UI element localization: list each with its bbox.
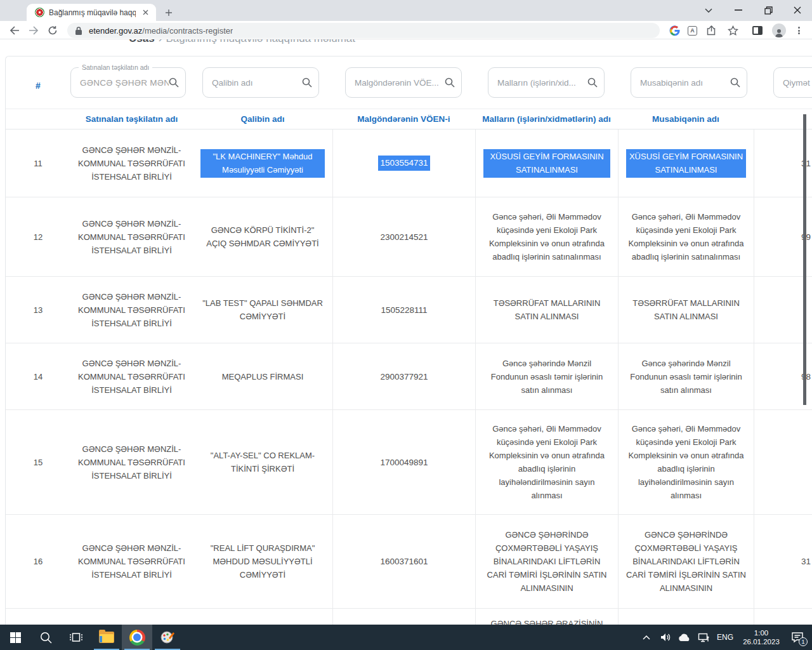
table-row[interactable]: 11GƏNCƏ ŞƏHƏR MƏNZİL-KOMMUNAL TƏSƏRRÜFAT… [6,129,812,197]
cell-goods: Gəncə şəhəri, Əli Məmmədov küçəsində yen… [475,410,618,514]
table-row[interactable]: 13GƏNCƏ ŞƏHƏR MƏNZİL-KOMMUNAL TƏSƏRRÜFAT… [6,277,812,343]
cell-text: Gəncə şəhərində Mənzil Fondunun əsaslı t… [626,357,746,397]
system-tray: ENG 1:00 26.01.2023 1 [638,625,812,650]
cell-voen [332,609,475,625]
cell-org: GƏNCƏ ŞƏHƏR MƏNZİL-KOMMUNAL TƏSƏRRÜFATI … [70,277,193,343]
filter-winner-input[interactable]: Qalibin adı [202,67,319,98]
filter-org-input[interactable]: Satınalan təşkilatın adı GƏNCƏ ŞƏHƏR MƏN… [70,67,186,98]
table-row[interactable]: 16GƏNCƏ ŞƏHƏR MƏNZİL-KOMMUNAL TƏSƏRRÜFAT… [6,515,812,609]
google-g-icon[interactable] [666,22,683,39]
cell-text: 11 [34,157,43,170]
taskbar-search-button[interactable] [30,625,61,650]
cell-text: Gəncə şəhərində Mənzil Fondunun əsaslı t… [483,357,610,397]
cell-text: TƏSƏRRÜFAT MALLARININ SATIN ALINMASI [626,296,746,323]
filter-tender-input[interactable]: Musabiqənin adı [631,67,747,98]
cell-text: GƏNCƏ ŞƏHƏR MƏNZİL-KOMMUNAL TƏSƏRRÜFATI … [78,217,185,257]
start-button[interactable] [0,625,30,650]
cell-winner [193,609,332,625]
cell-text: GƏNCƏ ŞƏHƏR MƏNZİL-KOMMUNAL TƏSƏRRÜFATI … [78,290,185,330]
table-row[interactable]: GƏNCƏ ŞƏHƏR ƏRAZİSİNİN [6,609,812,625]
column-header-goods[interactable]: Malların (işlərin/xidmətlərin) adı [475,114,618,124]
profile-avatar[interactable] [770,22,787,39]
tray-chevron-up-icon[interactable] [638,625,655,650]
close-window-button[interactable] [788,1,807,19]
search-icon[interactable] [169,77,179,88]
cell-num: 14 [6,343,70,409]
column-header-tender[interactable]: Musabiqənin adı [618,114,754,124]
cell-text: "LAB TEST" QAPALI SƏHMDAR CƏMİYYƏTİ [200,296,325,323]
speaker-icon[interactable] [657,625,674,650]
notifications-button[interactable]: 1 [787,625,808,650]
column-header-voen[interactable]: Malgöndərənin VÖEN-i [332,114,475,124]
cell-winner: "LAB TEST" QAPALI SƏHMDAR CƏMİYYƏTİ [193,277,332,343]
column-header-winner[interactable]: Qalibin adı [193,114,332,124]
translate-icon[interactable]: A [684,22,701,39]
cell-text: 12 [34,230,43,244]
cell-text: 31 [801,555,811,568]
forward-button[interactable] [25,22,42,39]
vertical-scrollbar[interactable] [803,114,806,405]
cell-tender: GƏNCƏ ŞƏHƏRİNDƏ ÇOXMƏRTƏBƏLİ YAŞAYIŞ BİN… [618,515,754,608]
file-explorer-button[interactable] [91,625,122,650]
filter-org-label: Satınalan təşkilatın adı [79,63,152,71]
restore-button[interactable] [759,1,778,19]
cell-text: "REAL LİFT QURAŞDIRMA" MƏHDUD MƏSULİYYƏT… [200,541,325,581]
cell-text: 1503554731 [378,156,429,171]
minimize-button[interactable] [729,1,748,19]
cell-winner: "REAL LİFT QURAŞDIRMA" MƏHDUD MƏSULİYYƏT… [193,515,332,608]
cell-goods: GƏNCƏ ŞƏHƏRİNDƏ ÇOXMƏRTƏBƏLİ YAŞAYIŞ BİN… [475,515,618,608]
menu-dots-icon[interactable] [790,22,808,39]
cell-voen: 1700049891 [332,410,475,514]
search-icon[interactable] [730,77,740,88]
search-icon[interactable] [445,77,455,88]
paint-button[interactable] [152,625,183,650]
chrome-icon [129,630,145,646]
task-view-button[interactable] [61,625,91,650]
chrome-button[interactable] [122,625,152,650]
cell-org: GƏNCƏ ŞƏHƏR MƏNZİL-KOMMUNAL TƏSƏRRÜFATI … [70,343,193,409]
breadcrumb-home[interactable]: Əsas [129,39,155,44]
filter-price-input[interactable]: Qiymət [773,67,812,98]
cell-text: 16 [34,555,43,568]
task-view-icon [69,632,83,643]
cell-goods: Gəncə şəhərində Mənzil Fondunun əsaslı t… [475,343,618,409]
browser-toolbar: etender.gov.az/media/contracts-register … [0,21,812,39]
tab-search-chevron-icon[interactable] [699,1,718,19]
filter-voen-input[interactable]: Malgöndərənin VÖE... [345,67,462,98]
new-tab-button[interactable] [161,5,176,20]
column-header-org[interactable]: Satınalan təşkilatın adı [70,114,193,124]
file-explorer-icon [99,632,114,643]
language-indicator[interactable]: ENG [714,633,736,642]
cell-voen: 1503554731 [332,129,475,197]
cell-voen: 1505228111 [332,277,475,343]
browser-tab[interactable]: Bağlanmış müqavilə haqqında mə [27,4,156,21]
cell-text: 2300214521 [380,230,428,244]
lock-icon [75,26,82,36]
filter-goods-input[interactable]: Malların (işlərin/xid... [488,67,605,98]
search-icon[interactable] [587,77,598,88]
cell-org: GƏNCƏ ŞƏHƏR MƏNZİL-KOMMUNAL TƏSƏRRÜFATI … [70,515,193,608]
table-row[interactable]: 14GƏNCƏ ŞƏHƏR MƏNZİL-KOMMUNAL TƏSƏRRÜFAT… [6,343,812,410]
table-row[interactable]: 15GƏNCƏ ŞƏHƏR MƏNZİL-KOMMUNAL TƏSƏRRÜFAT… [6,410,812,515]
cell-org [70,609,193,625]
share-icon[interactable] [703,22,720,39]
address-bar[interactable]: etender.gov.az/media/contracts-register [67,23,660,38]
search-icon[interactable] [302,77,312,88]
onedrive-cloud-icon[interactable] [676,625,693,650]
side-panel-icon[interactable] [749,22,766,39]
cell-text: "ALT-AY-SEL" CO REKLAM-TİKİNTİ ŞİRKƏTİ [200,449,325,475]
tab-close-icon[interactable] [140,7,151,18]
cell-goods: GƏNCƏ ŞƏHƏR ƏRAZİSİNİN [475,609,618,625]
cell-tender [618,609,754,625]
filter-org-value: GƏNCƏ ŞƏHƏR MƏNZ [80,78,169,88]
table-row[interactable]: 12GƏNCƏ ŞƏHƏR MƏNZİL-KOMMUNAL TƏSƏRRÜFAT… [6,197,812,277]
cell-text: XÜSUSİ GEYİM FORMASININ SATINALINMASI [626,149,746,178]
back-button[interactable] [6,22,23,39]
reload-button[interactable] [44,22,61,39]
network-icon[interactable] [695,625,712,650]
cell-tender: Gəncə şəhərində Mənzil Fondunun əsaslı t… [618,343,754,409]
bookmark-star-icon[interactable] [724,22,742,39]
contracts-table: # Satınalan təşkilatın adı GƏNCƏ ŞƏHƏR M… [5,56,812,625]
taskbar-clock[interactable]: 1:00 26.01.2023 [738,628,784,646]
cell-text: "LK MACHINERY" Məhdud Məsuliyyətli Cəmiy… [200,149,325,178]
